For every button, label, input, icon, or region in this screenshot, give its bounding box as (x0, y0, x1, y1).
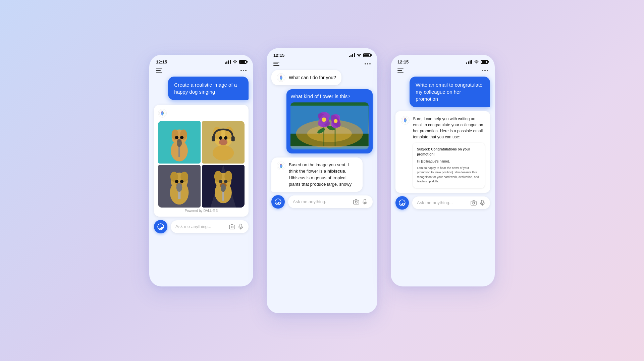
dog-image-4 (202, 165, 245, 208)
dog-image-grid (158, 121, 245, 208)
center-chat-content: What can I do for you? What kind of flow… (267, 70, 377, 192)
center-input-icons (353, 199, 368, 205)
right-time: 12:15 (397, 59, 409, 64)
right-chat-content: Write an email to congratulate my collea… (391, 77, 495, 193)
center-battery-icon (363, 53, 371, 57)
left-input-bar: Ask me anything... (149, 217, 253, 239)
left-time: 12:15 (156, 59, 167, 64)
left-input-icons (229, 224, 244, 230)
ai-greeting-bubble: What can I do for you? (271, 70, 341, 85)
right-user-message: Write an email to congratulate my collea… (410, 77, 490, 107)
left-input-field[interactable]: Ask me anything... (171, 220, 249, 233)
center-signal-icon (349, 53, 355, 57)
left-chat-content: Create a realistic image of a happy dog … (149, 77, 253, 217)
left-status-icons (225, 60, 247, 64)
left-status-bar: 12:15 (149, 55, 253, 67)
flower-message-bubble: What kind of flower is this? (286, 89, 373, 153)
svg-point-18 (213, 145, 234, 161)
right-chat-plus-icon (399, 199, 406, 206)
svg-rect-72 (364, 199, 366, 202)
svg-point-66 (334, 119, 338, 123)
user-message-bubble: Create a realistic image of a happy dog … (168, 77, 249, 100)
dog-image-3 (158, 165, 201, 208)
email-template-box: Subject: Congratulations on your promoti… (413, 143, 485, 188)
center-more-options-icon[interactable] (365, 63, 371, 64)
svg-point-17 (219, 139, 227, 145)
right-wifi-icon (474, 60, 479, 64)
svg-point-6 (175, 136, 178, 139)
left-phone-card: 12:15 Create a realistic image of a happ… (149, 55, 253, 286)
ai-avatar-center (277, 162, 285, 170)
svg-point-10 (177, 139, 182, 147)
center-input-field[interactable]: Ask me anything... (288, 195, 373, 208)
email-salutation: Hi [colleague's name], (417, 159, 481, 164)
ai-response-bubble: Based on the image you sent, I think the… (271, 157, 363, 192)
camera-icon[interactable] (229, 224, 235, 230)
svg-point-36 (219, 180, 222, 183)
more-options-icon[interactable] (240, 70, 247, 71)
microphone-icon[interactable] (238, 224, 244, 230)
right-signal-icon (466, 60, 472, 64)
svg-rect-20 (231, 136, 235, 141)
svg-point-40 (221, 184, 226, 192)
center-status-bar: 12:15 (267, 48, 377, 60)
center-chat-button[interactable] (271, 195, 285, 209)
wifi-icon (232, 60, 237, 64)
right-phone-card: 12:15 Write an email to congratulate my … (391, 55, 495, 286)
center-wifi-icon (357, 53, 362, 57)
right-chat-button[interactable] (395, 196, 409, 210)
svg-point-78 (473, 202, 475, 204)
hibiscus-bold-text: hibiscus (327, 169, 345, 174)
right-input-icons (471, 200, 485, 206)
right-menu-icon[interactable] (397, 69, 404, 73)
svg-rect-45 (240, 224, 242, 227)
right-ai-text-area: Sure, I can help you with writing an ema… (413, 116, 485, 188)
menu-icon[interactable] (156, 69, 162, 73)
chat-button[interactable] (154, 220, 167, 233)
center-microphone-icon[interactable] (362, 199, 368, 205)
flower-question-text: What kind of flower is this? (290, 93, 369, 99)
svg-point-44 (231, 226, 233, 228)
svg-point-37 (224, 180, 227, 183)
right-more-options-icon[interactable] (482, 70, 488, 71)
center-time: 12:15 (273, 53, 284, 58)
ai-logo-center (278, 163, 284, 169)
right-ai-avatar (401, 116, 410, 125)
svg-point-65 (322, 117, 326, 122)
copilot-logo-icon (159, 110, 166, 117)
right-input-field[interactable]: Ask me anything... (412, 196, 490, 209)
center-menu-icon[interactable] (273, 62, 279, 66)
right-ai-response: Sure, I can help you with writing an ema… (395, 111, 490, 193)
dog-image-2 (202, 121, 245, 164)
svg-point-16 (224, 136, 227, 139)
ai-greeting-text: What can I do for you? (289, 75, 336, 80)
center-input-bar: Ask me anything... (267, 192, 377, 214)
dog-image-1 (158, 121, 201, 164)
right-ai-intro: Sure, I can help you with writing an ema… (413, 116, 485, 140)
center-chat-plus-icon (275, 198, 281, 205)
svg-point-27 (180, 180, 183, 183)
right-microphone-icon[interactable] (479, 200, 485, 206)
right-status-icons (466, 60, 488, 64)
svg-rect-77 (471, 201, 476, 205)
right-nav-bar (391, 67, 495, 77)
svg-point-26 (175, 180, 178, 183)
center-nav-bar (267, 60, 377, 70)
chat-plus-icon (157, 223, 164, 230)
ai-image-response: Powered by DALL·E 3 (154, 105, 249, 217)
left-nav-bar (149, 67, 253, 77)
center-status-icons (349, 53, 371, 57)
center-phone-card: 12:15 (267, 48, 377, 313)
ai-avatar-left (158, 109, 167, 118)
ai-response-text: Based on the image you sent, I think the… (289, 162, 357, 188)
center-copilot-logo (278, 74, 284, 81)
center-ai-avatar (277, 73, 285, 82)
svg-point-7 (180, 136, 183, 139)
svg-rect-43 (229, 225, 235, 229)
right-status-bar: 12:15 (391, 55, 495, 67)
dall-e-caption: Powered by DALL·E 3 (158, 209, 245, 213)
right-camera-icon[interactable] (471, 200, 477, 206)
battery-icon (239, 60, 247, 64)
center-camera-icon[interactable] (353, 199, 359, 205)
email-body-text: I am so happy to hear the news of your p… (417, 166, 481, 184)
